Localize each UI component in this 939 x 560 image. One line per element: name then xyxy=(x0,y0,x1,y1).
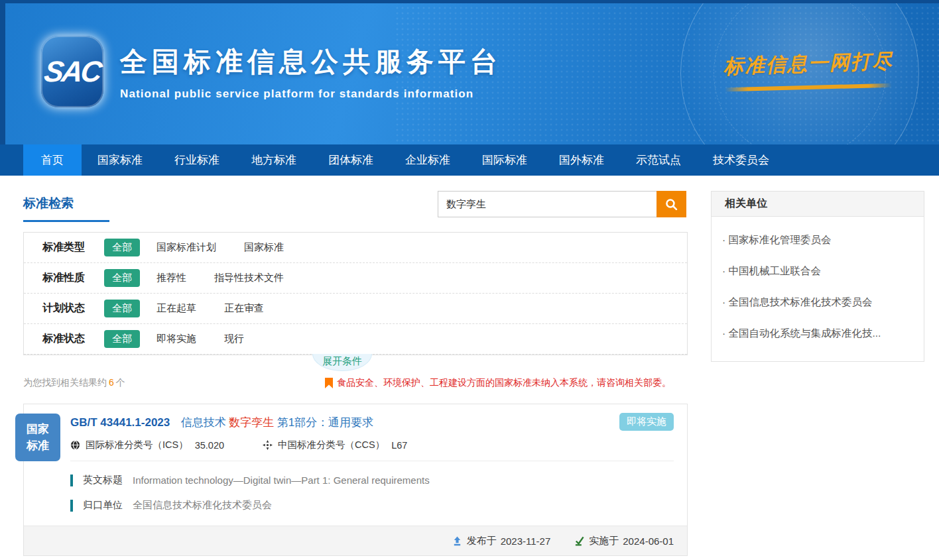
publish-date: 2023-11-27 xyxy=(501,535,551,547)
filter-option[interactable]: 即将实施 xyxy=(156,333,196,345)
related-units-panel: 相关单位 国家标准化管理委员会 中国机械工业联合会 全国信息技术标准化技术委员会… xyxy=(711,191,924,362)
classification-row: 国际标准分类号（ICS） 35.020 中国标准分类号（CCS） L67 xyxy=(70,439,674,461)
filter-all-button[interactable]: 全部 xyxy=(104,239,140,256)
filter-option[interactable]: 现行 xyxy=(224,333,244,345)
result-card-footer: 发布于 2023-11-27 实施于 2024-06-01 xyxy=(24,526,687,555)
results-count-suffix: 个 xyxy=(116,377,125,388)
nav-item-international-standards[interactable]: 国际标准 xyxy=(466,144,543,176)
compass-icon xyxy=(263,440,273,450)
row-accent-bar xyxy=(70,500,73,512)
implement-date-item: 实施于 2024-06-01 xyxy=(574,535,674,547)
english-title-row: 英文标题 Information technology—Digital twin… xyxy=(70,474,674,486)
nav-item-technical-committees[interactable]: 技术委员会 xyxy=(697,144,785,176)
type-badge-line1: 国家 xyxy=(27,421,49,438)
related-units-list: 国家标准化管理委员会 中国机械工业联合会 全国信息技术标准化技术委员会 全国自动… xyxy=(712,217,924,361)
results-count-prefix: 为您找到相关结果约 xyxy=(23,377,107,388)
sac-logo[interactable]: SAC xyxy=(41,36,103,107)
banner-slogan: 标准信息一网打尽 xyxy=(712,50,905,89)
ccs-classification: 中国标准分类号（CCS） L67 xyxy=(263,439,407,451)
filter-label: 标准性质 xyxy=(42,271,104,285)
filter-option[interactable]: 正在审查 xyxy=(224,302,264,315)
main-nav: 首页 国家标准 行业标准 地方标准 团体标准 企业标准 国际标准 国外标准 示范… xyxy=(0,144,939,176)
filter-option[interactable]: 国家标准计划 xyxy=(156,241,216,254)
banner-left-edge xyxy=(0,0,5,144)
nav-item-industry-standards[interactable]: 行业标准 xyxy=(158,144,235,176)
committee-row: 归口单位 全国信息技术标准化技术委员会 xyxy=(70,499,674,512)
filter-row-standard-type: 标准类型 全部 国家标准计划 国家标准 xyxy=(24,233,687,263)
search-section-header: 标准检索 xyxy=(23,191,688,223)
ics-classification: 国际标准分类号（ICS） 35.020 xyxy=(70,439,224,451)
search-box xyxy=(438,191,686,217)
nav-item-enterprise-standards[interactable]: 企业标准 xyxy=(389,144,466,176)
nav-item-local-standards[interactable]: 地方标准 xyxy=(235,144,312,176)
section-title-underline xyxy=(23,220,109,222)
standard-title-highlight[interactable]: 数字孪生 xyxy=(229,416,274,429)
filter-row-standard-nature: 标准性质 全部 推荐性 指导性技术文件 xyxy=(24,263,687,294)
standard-type-badge: 国家 标准 xyxy=(15,414,60,461)
search-button[interactable] xyxy=(657,191,686,217)
result-card-body: GB/T 43441.1-2023 信息技术 数字孪生 第1部分：通用要求 即将… xyxy=(24,404,687,512)
nav-item-foreign-standards[interactable]: 国外标准 xyxy=(543,144,620,176)
standard-code-link[interactable]: GB/T 43441.1-2023 xyxy=(70,416,170,429)
site-title-block: 全国标准信息公共服务平台 National public service pla… xyxy=(120,44,502,101)
globe-icon xyxy=(70,440,80,450)
filter-panel: 标准类型 全部 国家标准计划 国家标准 标准性质 全部 推荐性 指导性技术文件 … xyxy=(23,232,688,355)
ics-value: 35.020 xyxy=(195,440,224,451)
committee-label: 归口单位 xyxy=(83,499,123,512)
filter-option[interactable]: 推荐性 xyxy=(156,272,186,284)
banner-top-edge xyxy=(0,0,939,3)
publish-date-item: 发布于 2023-11-27 xyxy=(452,535,551,547)
results-info-bar: 为您找到相关结果约6个 食品安全、环境保护、工程建设方面的国家标准未纳入本系统，… xyxy=(23,377,688,389)
site-subtitle: National public service platform for sta… xyxy=(120,87,502,101)
sac-logo-text: SAC xyxy=(42,55,103,88)
nav-item-pilot-demonstration[interactable]: 示范试点 xyxy=(620,144,697,176)
notice-text: 食品安全、环境保护、工程建设方面的国家标准未纳入本系统，请咨询相关部委。 xyxy=(337,377,671,389)
search-results-column: 标准检索 标准类型 全部 国家标准计划 国家标准 标准性质 全部 xyxy=(23,191,688,556)
site-banner: SAC 全国标准信息公共服务平台 National public service… xyxy=(0,0,939,144)
publish-upload-icon xyxy=(452,536,462,546)
committee-value: 全国信息技术标准化技术委员会 xyxy=(133,499,272,512)
slogan-text: 标准信息一网打尽 xyxy=(712,47,905,81)
result-card-title-row: GB/T 43441.1-2023 信息技术 数字孪生 第1部分：通用要求 即将… xyxy=(70,415,674,430)
filter-option[interactable]: 国家标准 xyxy=(244,241,284,254)
filter-label: 标准状态 xyxy=(42,332,104,346)
filter-option[interactable]: 正在起草 xyxy=(156,302,196,315)
implement-label: 实施于 xyxy=(589,535,619,547)
nav-item-group-standards[interactable]: 团体标准 xyxy=(312,144,389,176)
system-notice: 食品安全、环境保护、工程建设方面的国家标准未纳入本系统，请咨询相关部委。 xyxy=(325,377,671,389)
nav-item-national-standards[interactable]: 国家标准 xyxy=(82,144,158,176)
english-title-value: Information technology—Digital twin—Part… xyxy=(133,475,430,486)
filter-all-button[interactable]: 全部 xyxy=(104,269,140,287)
filter-row-plan-status: 计划状态 全部 正在起草 正在审查 xyxy=(24,294,687,324)
related-unit-item[interactable]: 全国自动化系统与集成标准化技... xyxy=(712,318,924,349)
related-units-title: 相关单位 xyxy=(712,192,924,217)
related-unit-item[interactable]: 国家标准化管理委员会 xyxy=(712,225,924,256)
expand-conditions-button[interactable]: 展开条件 xyxy=(312,354,372,371)
section-title: 标准检索 xyxy=(23,195,74,212)
filter-all-button[interactable]: 全部 xyxy=(104,330,140,348)
results-count-number: 6 xyxy=(109,377,114,388)
filter-row-standard-status: 标准状态 全部 即将实施 现行 xyxy=(24,324,687,355)
search-icon xyxy=(665,198,678,211)
filter-label: 标准类型 xyxy=(42,241,104,254)
site-title: 全国标准信息公共服务平台 xyxy=(120,44,502,80)
publish-label: 发布于 xyxy=(467,535,497,547)
ccs-label: 中国标准分类号（CCS） xyxy=(278,439,385,451)
results-count: 为您找到相关结果约6个 xyxy=(23,377,125,389)
filter-option[interactable]: 指导性技术文件 xyxy=(214,272,284,284)
standard-title-part2[interactable]: 第1部分：通用要求 xyxy=(277,416,373,429)
implement-check-icon xyxy=(574,536,584,546)
search-input[interactable] xyxy=(438,191,657,217)
related-unit-item[interactable]: 中国机械工业联合会 xyxy=(712,256,924,287)
english-title-label: 英文标题 xyxy=(83,474,123,486)
bookmark-icon xyxy=(325,378,333,388)
implement-date: 2024-06-01 xyxy=(623,535,674,547)
row-accent-bar xyxy=(70,475,73,486)
filter-all-button[interactable]: 全部 xyxy=(104,300,140,317)
status-badge: 即将实施 xyxy=(619,413,674,431)
standard-title-part1[interactable]: 信息技术 xyxy=(181,416,226,429)
related-unit-item[interactable]: 全国信息技术标准化技术委员会 xyxy=(712,287,924,318)
type-badge-line2: 标准 xyxy=(27,437,49,455)
nav-item-home[interactable]: 首页 xyxy=(23,144,82,176)
main-content: 标准检索 标准类型 全部 国家标准计划 国家标准 标准性质 全部 xyxy=(0,176,939,556)
